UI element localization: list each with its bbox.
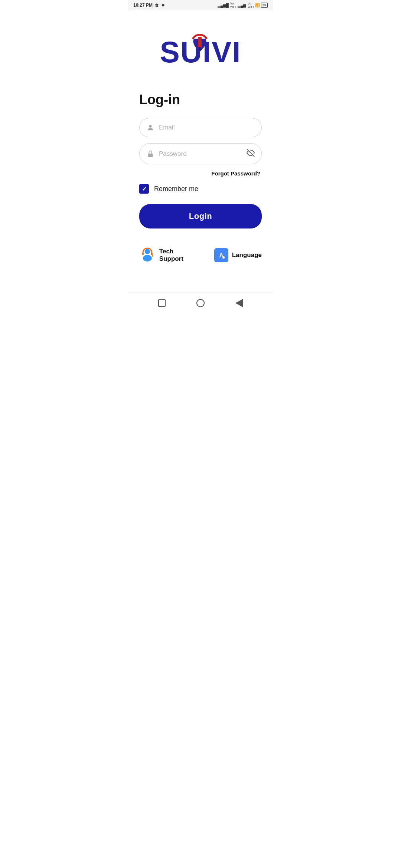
nav-back-button[interactable] [235,299,243,307]
checkmark-icon: ✓ [142,185,147,193]
remember-me-checkbox[interactable]: ✓ [139,184,149,194]
password-input-wrapper [139,143,262,164]
bottom-options: Tech Support A ✱ Language [139,247,262,263]
battery-indicator: 35 [261,3,268,8]
nav-square-icon [158,299,166,307]
vo-wifi-label-2: VoWiFi [248,2,254,9]
trash-icon: 🗑 [155,3,159,7]
password-field[interactable] [159,150,247,158]
svg-rect-1 [198,37,202,49]
main-content: SUIVI Log-in [128,10,273,292]
svg-point-7 [143,255,152,262]
signal-icon: ▂▄▆█ [218,3,229,7]
user-icon [146,124,154,132]
nav-square-button[interactable] [158,299,166,307]
svg-point-6 [145,249,150,254]
password-toggle-icon[interactable] [247,149,255,159]
email-input-wrapper [139,118,262,137]
nav-circle-icon [196,299,205,307]
email-field[interactable] [159,124,255,131]
nav-triangle-icon [235,299,243,307]
logo-container: SUIVI [149,29,252,77]
login-form: Forgot Password? ✓ Remember me Login [139,118,262,243]
login-button[interactable]: Login [139,204,262,228]
tech-support-button[interactable]: Tech Support [139,247,199,263]
remember-me-label: Remember me [154,185,198,193]
status-icons: ▂▄▆█ VoWiFi ▂▄▆ VoWiFi 📶 35 [218,2,268,9]
language-button[interactable]: A ✱ Language [214,247,262,263]
dropbox-icon: ❖ [161,3,165,8]
login-heading: Log-in [139,92,180,108]
wifi-icon: 📶 [255,3,260,7]
navigation-bar [128,292,273,313]
lock-icon [146,150,154,158]
language-icon: A ✱ [214,248,228,262]
svg-text:✱: ✱ [222,256,225,260]
svg-rect-4 [148,154,153,157]
vo-wifi-label: VoWiFi [230,2,236,9]
suivi-logo: SUIVI [149,29,252,77]
signal-icon-2: ▂▄▆ [238,3,246,7]
svg-point-3 [149,125,151,128]
forgot-password-link[interactable]: Forgot Password? [211,170,260,177]
nav-home-button[interactable] [196,299,205,307]
remember-me-row: ✓ Remember me [139,184,198,194]
tech-support-icon [139,247,156,263]
status-bar: 10:27 PM 🗑 ❖ ▂▄▆█ VoWiFi ▂▄▆ VoWiFi 📶 35 [128,0,273,10]
language-label: Language [232,251,262,259]
svg-rect-8 [142,253,144,255]
tech-support-label: Tech Support [159,248,199,263]
status-time: 10:27 PM 🗑 ❖ [133,3,165,8]
